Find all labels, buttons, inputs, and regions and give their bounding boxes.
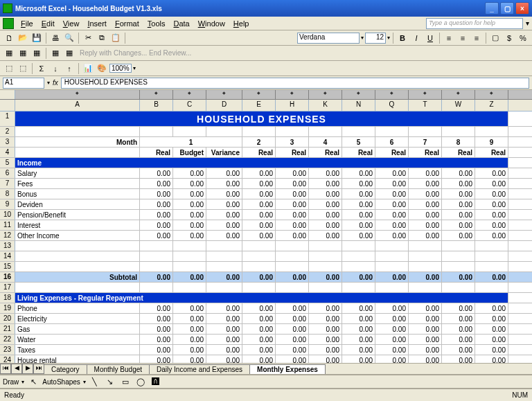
cell[interactable]: 0.00 [140,324,173,334]
spreadsheet-grid[interactable]: 1HOUSEHOLD EXPENSES23Month1234567894Real… [0,112,532,363]
ruler-cell[interactable] [309,90,342,99]
row-header[interactable]: 24 [0,355,15,363]
cell[interactable]: 0.00 [242,355,276,363]
cell[interactable]: 0.00 [206,199,242,209]
cell[interactable]: 0.00 [173,303,206,313]
cell[interactable]: 0.00 [276,231,309,240]
cell[interactable]: 0.00 [342,179,375,188]
cell[interactable]: 0.00 [242,179,276,188]
menu-edit[interactable]: Edit [37,18,59,29]
cell[interactable]: 0.00 [276,335,309,344]
row-header[interactable]: 12 [0,231,15,240]
row-header[interactable]: 19 [0,303,15,313]
currency-icon[interactable]: $ [503,32,515,44]
cell[interactable]: 5 [342,137,375,147]
cell[interactable] [309,251,342,261]
cell[interactable]: 0.00 [409,199,442,209]
cell[interactable] [140,241,173,251]
col-header-E[interactable]: E [242,100,276,111]
line-icon[interactable]: ╲ [89,375,101,388]
menu-help[interactable]: Help [229,18,254,29]
cell[interactable]: 0.00 [309,335,342,344]
cell[interactable]: 0.00 [442,210,475,220]
cell[interactable]: 0.00 [173,231,206,240]
cell[interactable]: 0.00 [409,168,442,178]
cell[interactable]: 6 [375,137,409,147]
cell[interactable]: House rental [15,355,140,363]
cell[interactable]: 0.00 [173,179,206,188]
cell[interactable]: 0.00 [309,189,342,199]
sheet-tab-monthly-expenses[interactable]: Monthly Expenses [249,364,326,374]
cell[interactable] [309,241,342,251]
cell[interactable]: 0.00 [140,314,173,323]
cell[interactable] [375,251,409,261]
cell[interactable]: 0.00 [276,324,309,334]
cell[interactable]: 0.00 [442,168,475,178]
cell[interactable] [242,262,276,271]
cell[interactable]: Real [309,148,342,157]
cell[interactable] [309,283,342,292]
cell[interactable] [309,127,342,136]
tb2-icon[interactable]: ▦ [63,47,76,60]
cell[interactable]: 0.00 [375,303,409,313]
menu-view[interactable]: View [59,18,84,29]
cell[interactable] [442,241,475,251]
cell[interactable]: 0.00 [309,231,342,240]
col-header-A[interactable]: A [15,100,140,111]
tb3-icon[interactable]: 🎨 [96,62,108,75]
align-right-icon[interactable]: ≡ [470,32,483,44]
cell[interactable]: 0.00 [475,303,508,313]
row-header[interactable]: 6 [0,168,15,178]
col-header-N[interactable]: N [342,100,375,111]
cell[interactable]: 0.00 [309,179,342,188]
col-header-T[interactable]: T [409,100,442,111]
cell[interactable] [475,283,508,292]
chart-icon[interactable]: 📊 [82,62,94,75]
cell[interactable]: 0.00 [309,220,342,230]
cell[interactable] [475,127,508,136]
cell[interactable]: 0.00 [409,335,442,344]
cell[interactable]: 0.00 [140,231,173,240]
cell[interactable] [173,127,206,136]
cell[interactable]: 0.00 [173,210,206,220]
textbox-icon[interactable]: 🅰 [150,375,162,388]
ruler-cell[interactable] [375,90,409,99]
cell[interactable]: 0.00 [442,231,475,240]
cell[interactable] [342,251,375,261]
cell[interactable] [276,283,309,292]
cell[interactable]: Real [475,148,508,157]
cell[interactable]: 2 [242,137,276,147]
cell[interactable]: 0.00 [276,210,309,220]
cell[interactable] [442,262,475,271]
cell[interactable]: 0.00 [276,199,309,209]
cell[interactable]: 0.00 [140,220,173,230]
align-center-icon[interactable]: ≡ [456,32,469,44]
underline-button[interactable]: U [424,32,436,44]
ruler-cell[interactable] [206,90,242,99]
col-header-Q[interactable]: Q [375,100,409,111]
cell[interactable]: Real [140,148,173,157]
cell[interactable] [15,241,140,251]
cell[interactable]: 0.00 [342,220,375,230]
cell[interactable]: 0.00 [442,179,475,188]
tb2-icon[interactable]: ▦ [3,47,15,60]
tb3-icon[interactable]: ↑ [63,62,76,75]
cell[interactable]: 0.00 [375,179,409,188]
cell[interactable]: 0.00 [276,168,309,178]
cell[interactable]: 0.00 [475,168,508,178]
cell[interactable]: 0.00 [442,199,475,209]
cell[interactable]: Fees [15,179,140,188]
maximize-button[interactable]: ▢ [500,2,514,15]
row-header[interactable]: 2 [0,127,15,136]
cell[interactable]: 0.00 [409,272,442,282]
cell[interactable]: Real [409,148,442,157]
cell[interactable]: 0.00 [276,345,309,355]
formula-bar[interactable]: HOUSEHOLD EXPENSES [61,78,529,89]
cell[interactable]: 0.00 [140,199,173,209]
row-header[interactable]: 5 [0,158,15,168]
bold-button[interactable]: B [396,32,409,44]
menu-window[interactable]: Window [194,18,229,29]
cell[interactable] [475,262,508,271]
cell[interactable] [242,241,276,251]
cell[interactable]: 0.00 [309,355,342,363]
